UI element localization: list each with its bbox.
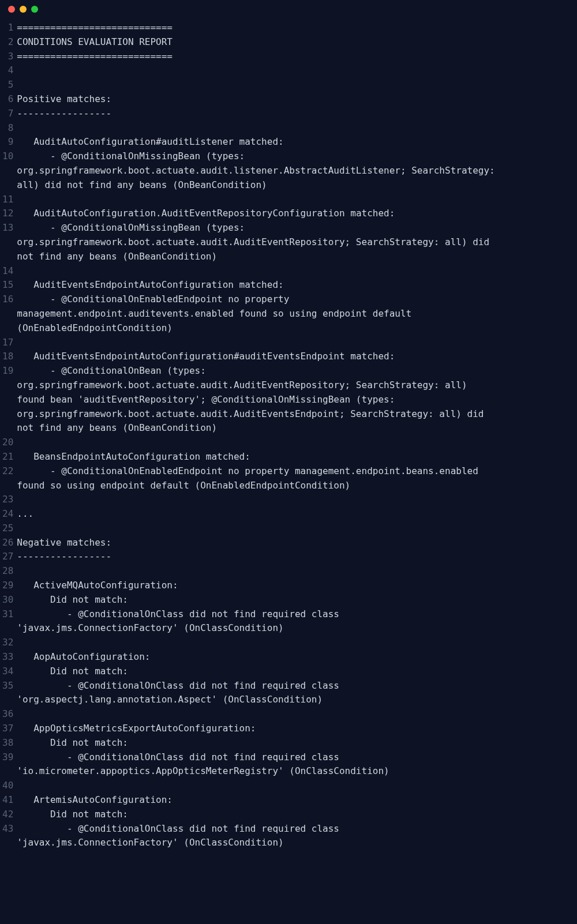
line-number: 23 bbox=[2, 493, 13, 507]
line-number-blank bbox=[2, 479, 13, 493]
code-line: ... bbox=[17, 507, 567, 521]
code-line: - @ConditionalOnClass did not find requi… bbox=[17, 679, 567, 693]
code-line-wrap: 'io.micrometer.appoptics.AppOpticsMeterR… bbox=[17, 764, 567, 779]
line-number-blank bbox=[2, 693, 13, 707]
code-line: ============================ bbox=[17, 21, 567, 35]
code-line: ============================ bbox=[17, 50, 567, 64]
maximize-icon[interactable] bbox=[31, 6, 38, 13]
code-line: AuditEventsEndpointAutoConfiguration#aud… bbox=[17, 350, 567, 364]
line-number: 11 bbox=[2, 193, 13, 207]
line-number: 25 bbox=[2, 521, 13, 536]
code-line-wrap: 'javax.jms.ConnectionFactory' (OnClassCo… bbox=[17, 836, 567, 850]
code-line: Did not match: bbox=[17, 664, 567, 679]
line-number: 9 bbox=[2, 135, 13, 149]
minimize-icon[interactable] bbox=[20, 6, 27, 13]
code-line-wrap: not find any beans (OnBeanCondition) bbox=[17, 250, 567, 264]
line-number: 19 bbox=[2, 364, 13, 378]
code-line: CONDITIONS EVALUATION REPORT bbox=[17, 35, 567, 50]
code-line: AopAutoConfiguration: bbox=[17, 650, 567, 664]
line-number: 14 bbox=[2, 264, 13, 279]
line-number: 10 bbox=[2, 149, 13, 164]
line-number: 6 bbox=[2, 92, 13, 107]
line-number-blank bbox=[2, 178, 13, 193]
line-number: 16 bbox=[2, 292, 13, 307]
line-number: 27 bbox=[2, 550, 13, 564]
code-line: Did not match: bbox=[17, 593, 567, 607]
code-line-wrap: org.springframework.boot.actuate.audit.A… bbox=[17, 235, 567, 250]
line-number: 1 bbox=[2, 21, 13, 35]
line-number-blank bbox=[2, 407, 13, 422]
code-line bbox=[17, 78, 567, 92]
code-line: AppOpticsMetricsExportAutoConfiguration: bbox=[17, 722, 567, 736]
code-line: - @ConditionalOnEnabledEndpoint no prope… bbox=[17, 292, 567, 307]
code-line-wrap: management.endpoint.auditevents.enabled … bbox=[17, 307, 567, 321]
line-number-blank bbox=[2, 164, 13, 178]
code-line-wrap: all) did not find any beans (OnBeanCondi… bbox=[17, 178, 567, 193]
line-number: 18 bbox=[2, 350, 13, 364]
code-line bbox=[17, 193, 567, 207]
code-editor[interactable]: 12345678910 111213 141516 171819 202122 … bbox=[0, 18, 577, 862]
window-titlebar bbox=[0, 0, 577, 18]
code-line-wrap: org.springframework.boot.actuate.audit.l… bbox=[17, 164, 567, 178]
line-number: 8 bbox=[2, 121, 13, 136]
line-number: 29 bbox=[2, 579, 13, 593]
line-number: 35 bbox=[2, 679, 13, 693]
line-number-blank bbox=[2, 378, 13, 393]
code-line bbox=[17, 707, 567, 722]
code-line bbox=[17, 493, 567, 507]
code-content[interactable]: ============================CONDITIONS E… bbox=[17, 21, 577, 850]
code-line: - @ConditionalOnMissingBean (types: bbox=[17, 149, 567, 164]
line-number: 34 bbox=[2, 664, 13, 679]
code-line-wrap: org.springframework.boot.actuate.audit.A… bbox=[17, 407, 567, 422]
line-number-blank bbox=[2, 836, 13, 850]
code-line: ActiveMQAutoConfiguration: bbox=[17, 579, 567, 593]
line-number-blank bbox=[2, 307, 13, 321]
line-number: 12 bbox=[2, 206, 13, 221]
code-line: AuditEventsEndpointAutoConfiguration mat… bbox=[17, 278, 567, 292]
line-number-blank bbox=[2, 421, 13, 435]
line-number: 13 bbox=[2, 221, 13, 235]
code-line: ----------------- bbox=[17, 107, 567, 121]
line-number: 15 bbox=[2, 278, 13, 292]
line-number: 26 bbox=[2, 536, 13, 550]
code-line bbox=[17, 121, 567, 136]
code-line-wrap: 'org.aspectj.lang.annotation.Aspect' (On… bbox=[17, 693, 567, 707]
line-number: 38 bbox=[2, 736, 13, 750]
line-number: 33 bbox=[2, 650, 13, 664]
code-line bbox=[17, 521, 567, 536]
code-line: Negative matches: bbox=[17, 536, 567, 550]
code-line bbox=[17, 336, 567, 350]
code-line: Did not match: bbox=[17, 736, 567, 750]
code-line-wrap: 'javax.jms.ConnectionFactory' (OnClassCo… bbox=[17, 621, 567, 636]
line-number: 24 bbox=[2, 507, 13, 521]
code-line: AuditAutoConfiguration.AuditEventReposit… bbox=[17, 206, 567, 221]
code-line: ArtemisAutoConfiguration: bbox=[17, 793, 567, 807]
code-line: - @ConditionalOnClass did not find requi… bbox=[17, 750, 567, 765]
line-number-gutter: 12345678910 111213 141516 171819 202122 … bbox=[0, 21, 17, 850]
code-line bbox=[17, 63, 567, 78]
code-line: - @ConditionalOnClass did not find requi… bbox=[17, 607, 567, 622]
line-number: 20 bbox=[2, 435, 13, 450]
line-number: 4 bbox=[2, 63, 13, 78]
line-number: 7 bbox=[2, 107, 13, 121]
line-number: 5 bbox=[2, 78, 13, 92]
code-line-wrap: org.springframework.boot.actuate.audit.A… bbox=[17, 378, 567, 393]
line-number-blank bbox=[2, 764, 13, 779]
line-number: 17 bbox=[2, 336, 13, 350]
code-line: - @ConditionalOnBean (types: bbox=[17, 364, 567, 378]
line-number: 21 bbox=[2, 450, 13, 464]
code-line-wrap: (OnEnabledEndpointCondition) bbox=[17, 321, 567, 336]
line-number: 28 bbox=[2, 564, 13, 579]
line-number: 22 bbox=[2, 464, 13, 479]
code-line bbox=[17, 636, 567, 650]
line-number: 3 bbox=[2, 50, 13, 64]
line-number: 30 bbox=[2, 593, 13, 607]
line-number: 37 bbox=[2, 722, 13, 736]
line-number-blank bbox=[2, 321, 13, 336]
code-line: Did not match: bbox=[17, 807, 567, 822]
line-number: 40 bbox=[2, 779, 13, 793]
line-number-blank bbox=[2, 250, 13, 264]
code-line bbox=[17, 779, 567, 793]
close-icon[interactable] bbox=[8, 6, 15, 13]
line-number: 32 bbox=[2, 636, 13, 650]
